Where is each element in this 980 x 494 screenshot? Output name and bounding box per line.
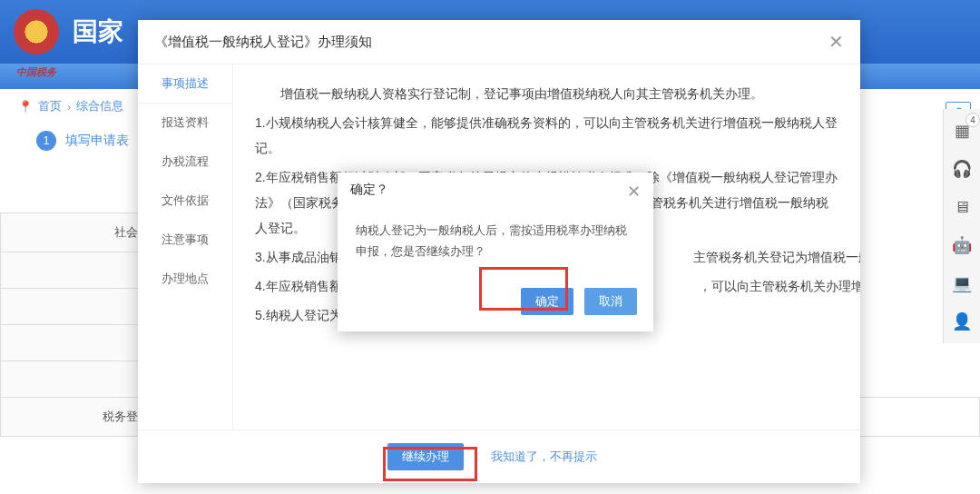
confirm-body: 纳税人登记为一般纳税人后，需按适用税率办理纳税申报，您是否继续办理？ [338, 211, 653, 279]
logo-subtitle: 中国税务 [16, 65, 56, 79]
breadcrumb-current: 综合信息 [76, 98, 123, 114]
close-icon[interactable]: ✕ [627, 182, 641, 202]
guide-footer: 继续办理 我知道了，不再提示 [138, 430, 860, 483]
headset-icon[interactable]: 🎧 [949, 156, 975, 182]
guide-line: 1.小规模纳税人会计核算健全，能够提供准确税务资料的，可以向主管税务机关进行增值… [255, 110, 838, 161]
dashboard-icon[interactable]: ▦4 [949, 118, 975, 143]
confirm-modal: 确定？ ✕ 纳税人登记为一般纳税人后，需按适用税率办理纳税申报，您是否继续办理？… [338, 173, 653, 331]
guide-sidebar: 事项描述 报送资料 办税流程 文件依据 注意事项 办理地点 [138, 64, 233, 430]
step-number: 1 [36, 131, 56, 151]
guide-tab-basis[interactable]: 文件依据 [138, 182, 232, 221]
guide-tab-place[interactable]: 办理地点 [138, 260, 232, 299]
desktop-icon[interactable]: 💻 [949, 271, 975, 296]
breadcrumb-sep: › [67, 100, 71, 114]
user-icon[interactable]: 👤 [949, 309, 975, 334]
guide-tab-notes[interactable]: 注意事项 [138, 221, 232, 260]
robot-icon[interactable]: 🤖 [949, 232, 975, 258]
step-label: 填写申请表 [65, 133, 129, 149]
pin-icon: 📍 [18, 100, 33, 114]
confirm-header: 确定？ ✕ [338, 173, 653, 211]
notification-badge: 4 [965, 113, 980, 127]
confirm-footer: 确定 取消 [338, 279, 653, 331]
monitor-icon[interactable]: 🖥 [949, 194, 975, 220]
confirm-title: 确定？ [350, 182, 388, 202]
continue-button[interactable]: 继续办理 [387, 443, 464, 470]
logo-emblem [14, 9, 59, 54]
guide-tab-docs[interactable]: 报送资料 [138, 104, 232, 143]
confirm-ok-button[interactable]: 确定 [521, 288, 573, 315]
guide-title: 《增值税一般纳税人登记》办理须知 [154, 34, 372, 51]
breadcrumb-home[interactable]: 首页 [38, 98, 62, 114]
close-icon[interactable]: ✕ [828, 31, 844, 53]
guide-header: 《增值税一般纳税人登记》办理须知 ✕ [138, 20, 860, 64]
right-toolbar: ▦4 🎧 🖥 🤖 💻 👤 [943, 109, 980, 343]
guide-tab-desc[interactable]: 事项描述 [138, 64, 232, 104]
guide-line: 增值税一般纳税人资格实行登记制，登记事项由增值税纳税人向其主管税务机关办理。 [255, 81, 838, 106]
guide-tab-flow[interactable]: 办税流程 [138, 143, 232, 182]
confirm-cancel-button[interactable]: 取消 [584, 288, 637, 315]
dismiss-button[interactable]: 我知道了，不再提示 [476, 443, 612, 470]
app-title: 国家 [73, 15, 123, 49]
